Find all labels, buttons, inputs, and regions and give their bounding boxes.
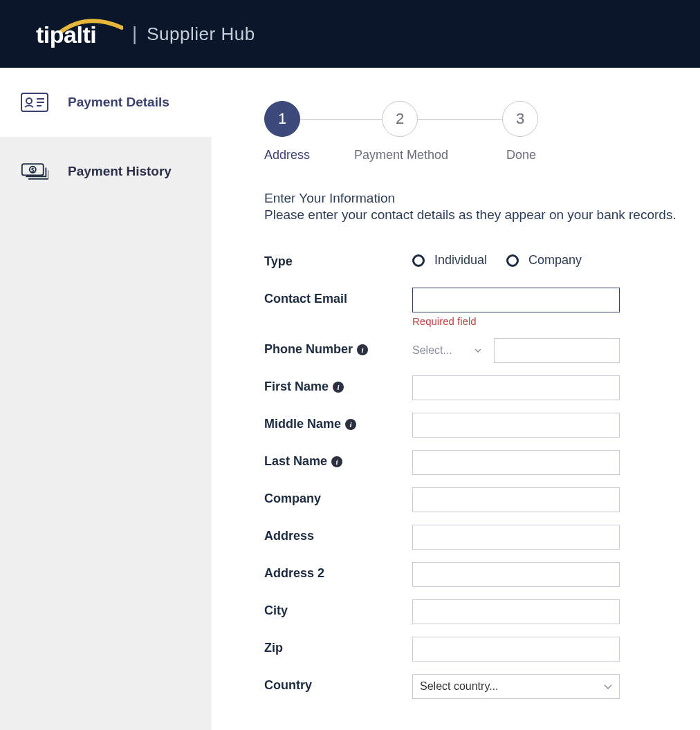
chevron-down-icon bbox=[604, 684, 612, 689]
address2-input[interactable] bbox=[412, 562, 620, 587]
middle-name-input[interactable] bbox=[412, 413, 620, 438]
last-name-label-text: Last Name bbox=[264, 454, 327, 469]
first-name-label-text: First Name bbox=[264, 380, 329, 394]
sidebar-item-payment-details[interactable]: Payment Details bbox=[0, 68, 212, 137]
type-label: Type bbox=[264, 250, 412, 269]
svg-point-1 bbox=[26, 98, 32, 104]
intro-subtitle: Please enter your contact details as the… bbox=[264, 207, 700, 223]
step-label-done: Done bbox=[506, 148, 536, 162]
step-label-address: Address bbox=[264, 148, 310, 162]
sidebar-item-label: Payment Details bbox=[68, 95, 169, 110]
zip-input[interactable] bbox=[412, 637, 620, 662]
sidebar-item-payment-history[interactable]: $ Payment History bbox=[0, 137, 212, 206]
tipalti-logo: tipalti bbox=[36, 17, 122, 51]
company-input[interactable] bbox=[412, 487, 620, 512]
country-placeholder: Select country... bbox=[420, 680, 499, 693]
step-circle: 3 bbox=[502, 101, 538, 137]
last-name-input[interactable] bbox=[412, 450, 620, 475]
zip-label: Zip bbox=[264, 637, 412, 655]
info-icon[interactable]: i bbox=[357, 344, 368, 355]
brand-divider: | bbox=[132, 23, 137, 45]
sidebar-item-label: Payment History bbox=[68, 164, 172, 179]
intro-title: Enter Your Information bbox=[264, 191, 700, 206]
last-name-label: Last Name i bbox=[264, 450, 412, 469]
info-icon[interactable]: i bbox=[331, 456, 342, 467]
app-title: Supplier Hub bbox=[147, 24, 255, 45]
middle-name-label: Middle Name i bbox=[264, 413, 412, 431]
radio-icon bbox=[506, 254, 519, 267]
radio-label: Individual bbox=[434, 253, 487, 268]
city-input[interactable] bbox=[412, 599, 620, 624]
contact-email-input[interactable] bbox=[412, 288, 620, 312]
city-label: City bbox=[264, 599, 412, 618]
brand-text: tipalti bbox=[36, 21, 96, 48]
radio-label: Company bbox=[528, 253, 582, 268]
middle-name-label-text: Middle Name bbox=[264, 417, 341, 431]
contact-email-label: Contact Email bbox=[264, 288, 412, 306]
country-select[interactable]: Select country... bbox=[412, 674, 620, 699]
cash-stack-icon: $ bbox=[21, 160, 48, 182]
main-panel: 1 2 3 Address Payment Method Done Enter … bbox=[212, 68, 700, 730]
address-label: Address bbox=[264, 525, 412, 543]
address-input[interactable] bbox=[412, 525, 620, 550]
svg-text:$: $ bbox=[31, 167, 35, 174]
type-company-radio[interactable]: Company bbox=[506, 253, 582, 268]
contact-email-error: Required field bbox=[412, 315, 620, 327]
phone-country-select[interactable]: Select... bbox=[412, 338, 481, 363]
first-name-label: First Name i bbox=[264, 375, 412, 394]
company-label: Company bbox=[264, 487, 412, 506]
step-label-payment-method: Payment Method bbox=[354, 148, 448, 162]
step-circle: 1 bbox=[264, 101, 300, 137]
step-1[interactable]: 1 bbox=[264, 101, 300, 137]
step-2[interactable]: 2 bbox=[382, 101, 418, 137]
phone-select-placeholder: Select... bbox=[412, 344, 452, 357]
id-card-icon bbox=[21, 91, 48, 113]
step-3[interactable]: 3 bbox=[502, 101, 538, 137]
info-icon[interactable]: i bbox=[333, 382, 344, 393]
brand-wrap: tipalti | Supplier Hub bbox=[36, 17, 255, 51]
header-bar: tipalti | Supplier Hub bbox=[0, 0, 700, 68]
address2-label: Address 2 bbox=[264, 562, 412, 581]
info-icon[interactable]: i bbox=[345, 419, 356, 430]
phone-label: Phone Number i bbox=[264, 338, 412, 357]
first-name-input[interactable] bbox=[412, 375, 620, 400]
type-individual-radio[interactable]: Individual bbox=[412, 253, 487, 268]
phone-input[interactable] bbox=[494, 338, 620, 363]
step-circle: 2 bbox=[382, 101, 418, 137]
sidebar: Payment Details $ Payment History bbox=[0, 68, 212, 730]
radio-icon bbox=[412, 254, 425, 267]
chevron-down-icon bbox=[475, 348, 481, 353]
country-label: Country bbox=[264, 674, 412, 693]
phone-label-text: Phone Number bbox=[264, 342, 353, 357]
